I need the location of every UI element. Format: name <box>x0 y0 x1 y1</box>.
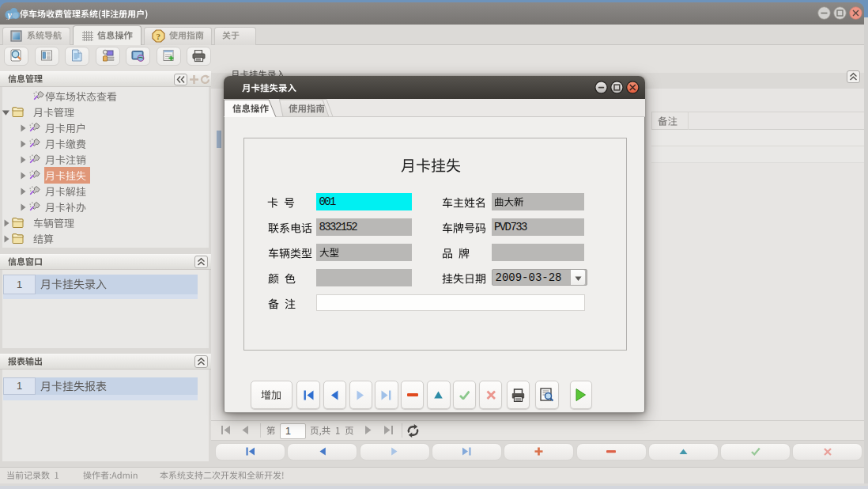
svg-text:y: y <box>6 9 13 21</box>
svg-text:?: ? <box>157 32 161 41</box>
